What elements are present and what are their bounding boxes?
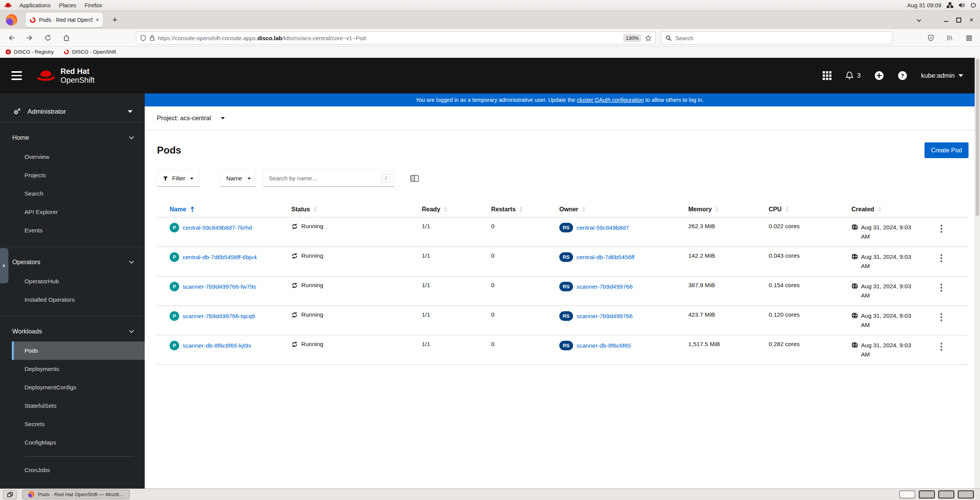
user-menu[interactable]: kube:admin [921, 72, 963, 80]
brand-line1: Red Hat [60, 67, 95, 75]
hamburger-menu-icon[interactable] [962, 31, 975, 44]
sidebar-item-configmaps[interactable]: ConfigMaps [12, 433, 145, 452]
sidebar-item-api-explorer[interactable]: API Explorer [12, 203, 145, 221]
row-kebab-menu[interactable] [936, 223, 946, 233]
pod-link[interactable]: scanner-7b9d499766-fw79s [183, 283, 256, 290]
viewer-side-handle[interactable] [0, 248, 8, 283]
sidebar-item-installed-operators[interactable]: Installed Operators [12, 291, 145, 309]
sidebar-item-search[interactable]: Search [12, 185, 145, 203]
workspace-1[interactable] [899, 490, 915, 498]
bookmarks-bar: DISCO - Registry DISCO - OpenShift [0, 47, 980, 57]
nav-section-toggle[interactable]: Home [0, 127, 145, 148]
owner-link[interactable]: scanner-7b9d499766 [577, 313, 633, 320]
row-kebab-menu[interactable] [936, 341, 946, 351]
sidebar-item-deploymentconfigs[interactable]: DeploymentConfigs [12, 378, 145, 397]
workspace-4[interactable] [958, 490, 974, 498]
volume-icon[interactable] [959, 2, 965, 8]
lock-icon[interactable] [150, 35, 155, 41]
window-maximize-button[interactable] [952, 14, 965, 26]
bookmark-star-icon[interactable] [645, 35, 652, 41]
gnome-menu-places[interactable]: Places [55, 0, 80, 10]
sidebar-item-operatorhub[interactable]: OperatorHub [12, 272, 145, 291]
forward-button[interactable] [23, 31, 36, 44]
owner-link[interactable]: central-59c849b8d7 [577, 224, 629, 231]
new-tab-button[interactable]: + [108, 13, 121, 26]
pod-link[interactable]: central-59c849b8d7-7krhd [183, 224, 252, 231]
gnome-menu-firefox[interactable]: Firefox [80, 0, 106, 10]
sidebar-item-secrets[interactable]: Secrets [12, 415, 145, 433]
owner-link[interactable]: scanner-7b9d499766 [577, 283, 633, 290]
row-kebab-menu[interactable] [936, 252, 946, 262]
column-header-owner[interactable]: Owner [559, 206, 688, 213]
column-header-restarts[interactable]: Restarts [491, 206, 559, 213]
window-minimize-button[interactable] [940, 14, 952, 26]
home-button[interactable] [60, 31, 73, 44]
sidebar-item-events[interactable]: Events [12, 221, 145, 240]
protections-shield-icon[interactable] [924, 31, 937, 44]
reload-button[interactable] [41, 31, 54, 44]
network-icon[interactable] [947, 2, 953, 8]
nav-section-toggle[interactable]: Workloads [0, 321, 145, 342]
row-kebab-menu[interactable] [936, 311, 946, 321]
gnome-menu-applications[interactable]: Applications [15, 0, 55, 10]
row-kebab-menu[interactable] [936, 282, 946, 292]
search-by-name-field[interactable]: / [263, 170, 394, 187]
sidebar-item-projects[interactable]: Projects [12, 166, 145, 185]
help-icon[interactable]: ? [898, 71, 907, 80]
show-windows-icon[interactable] [3, 490, 17, 499]
scrollbar-thumb[interactable] [976, 59, 979, 216]
search-input[interactable] [269, 175, 382, 182]
manage-columns-icon[interactable] [408, 172, 421, 185]
create-pod-button[interactable]: Create Pod [924, 142, 969, 158]
zoom-level-badge[interactable]: 130% [623, 34, 641, 42]
url-text: https://console-openshift-console.apps.d… [158, 35, 623, 41]
workspace-3[interactable] [938, 490, 954, 498]
sidebar-item-deployments[interactable]: Deployments [12, 360, 145, 378]
gnome-menus: ApplicationsPlacesFirefox [15, 0, 106, 10]
owner-link[interactable]: scanner-db-8f6c6f65 [577, 342, 631, 349]
browser-tab[interactable]: Pods · Red Hat OpenShift × [26, 13, 103, 27]
column-header-created[interactable]: Created [851, 206, 936, 213]
gnome-top-bar: ApplicationsPlacesFirefox Aug 31 09:09 [0, 0, 980, 11]
name-filter-dropdown[interactable]: Name [220, 170, 255, 187]
list-all-tabs-button[interactable] [917, 16, 920, 23]
column-header-cpu[interactable]: CPU [769, 206, 851, 213]
owner-link[interactable]: central-db-7d6b5456ff [577, 254, 634, 261]
login-warning-banner: You are logged in as a temporary adminis… [145, 93, 975, 106]
sidebar-item-overview[interactable]: Overview [12, 148, 145, 166]
nav-section-toggle[interactable]: Operators [0, 252, 145, 272]
bookmark-disco-registry[interactable]: DISCO - Registry [5, 49, 54, 55]
sidebar-item-statefulsets[interactable]: StatefulSets [12, 397, 145, 415]
pod-link[interactable]: central-db-7d6b5456ff-6bjv4 [183, 254, 257, 261]
pod-link[interactable]: scanner-7b9d499766-tqcq6 [183, 313, 255, 320]
nav-toggle-hamburger-icon[interactable] [11, 71, 27, 80]
tracking-shield-icon[interactable] [140, 35, 146, 41]
vertical-scrollbar[interactable] [975, 58, 980, 489]
filter-dropdown[interactable]: Filter [157, 170, 199, 187]
tab-close-button[interactable]: × [96, 16, 99, 23]
clock[interactable]: Aug 31 09:09 [907, 2, 941, 8]
app-launcher-grid-icon[interactable] [823, 71, 831, 80]
column-header-name[interactable]: Name [170, 206, 291, 213]
sidebar-item-cronjobs[interactable]: CronJobs [12, 461, 145, 479]
power-icon[interactable] [970, 2, 976, 8]
column-header-ready[interactable]: Ready [422, 206, 491, 213]
pod-link[interactable]: scanner-db-8f6c6f65-kjt9x [183, 342, 251, 349]
browser-search-bar[interactable]: Search [661, 31, 893, 44]
oauth-config-link[interactable]: cluster OAuth configuration [577, 97, 644, 103]
column-header-memory[interactable]: Memory [688, 206, 769, 213]
taskbar-window-button[interactable]: Pods · Red Hat OpenShift — Mozill… [22, 490, 130, 499]
notifications-bell-icon[interactable]: 3 [845, 71, 861, 80]
sort-toggle-icon [314, 207, 317, 212]
window-close-button[interactable]: × [965, 14, 978, 26]
workspace-2[interactable] [919, 490, 935, 498]
bookmark-disco-openshift[interactable]: DISCO - OpenShift [64, 49, 116, 55]
back-button[interactable] [5, 31, 18, 44]
project-selector[interactable]: Project: acs-central [157, 114, 225, 122]
sidebar-item-pods[interactable]: Pods [12, 342, 145, 360]
url-bar[interactable]: https://console-openshift-console.apps.d… [136, 31, 656, 44]
perspective-switcher[interactable]: Administrator [0, 101, 145, 123]
library-icon[interactable] [943, 31, 956, 44]
import-plus-icon[interactable] [874, 71, 884, 80]
column-header-status[interactable]: Status [291, 206, 422, 213]
